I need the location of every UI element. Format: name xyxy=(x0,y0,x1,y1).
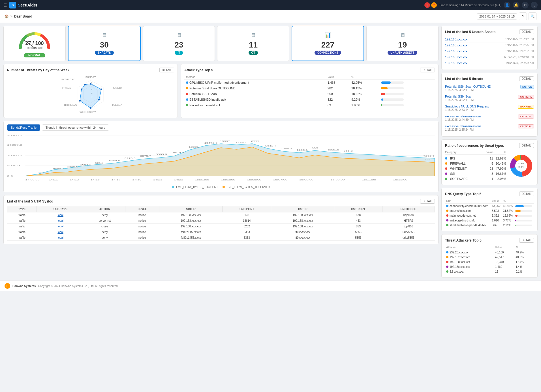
search-button[interactable]: 🔍 xyxy=(529,12,536,20)
utm-subtype[interactable]: local xyxy=(37,224,84,229)
threat-name[interactable]: Suspicious NULL DNS Request xyxy=(445,105,518,108)
utm-subtype[interactable]: local xyxy=(37,212,84,218)
stat-number-1: 23 xyxy=(174,40,183,49)
attack-col-pct: % xyxy=(350,75,379,80)
threat-name[interactable]: Potential SSH Scan OUTBOUND xyxy=(445,85,520,88)
ratio-header: Ratio of occurrences by threat types DET… xyxy=(445,143,534,148)
logo: S SecuAider xyxy=(9,2,37,8)
ratio-detail-btn[interactable]: DETAIL xyxy=(519,143,534,148)
topnav: ☰ S SecuAider 📍 📍 Time remaining : 14 Mi… xyxy=(0,0,541,10)
hamburger-icon[interactable]: ☰ xyxy=(3,3,7,7)
ratio-category: SSH xyxy=(450,172,483,175)
svg-text:8777: 8777 xyxy=(251,140,259,142)
svg-text:15:05:00: 15:05:00 xyxy=(247,179,261,181)
utm-syslog-detail-btn[interactable]: DETAIL xyxy=(420,199,435,204)
attacker-value: 43,160 xyxy=(494,250,515,255)
attack-bar xyxy=(379,97,435,102)
svg-text:20000.0: 20000.0 xyxy=(7,134,22,137)
last5-threats-card: List of the last 5 threats DETAIL Potent… xyxy=(441,73,538,137)
dns-bar xyxy=(514,213,534,218)
stat-number-2: 11 xyxy=(249,40,258,49)
ratio-value: 5 xyxy=(485,162,493,165)
stat-icon-4: 🖥 xyxy=(400,32,405,38)
utm-subtype[interactable]: local xyxy=(37,229,84,235)
dns-name: shed.dual-lows-part-0046.t-o... xyxy=(445,223,491,228)
loc-orange-icon[interactable]: 📍 xyxy=(431,2,437,8)
svg-text:14:13: 14:13 xyxy=(70,179,79,181)
attack-method: Potential SSH Scan xyxy=(184,91,326,97)
threat-name[interactable]: excessive retransmissions xyxy=(445,115,518,118)
attack-col-method: Method xyxy=(184,75,326,80)
svg-text:SATURDAY: SATURDAY xyxy=(61,78,75,81)
footer: H Hanwha Systems Copyright © 2024 Hanwha… xyxy=(0,281,541,291)
svg-text:956.2: 956.2 xyxy=(344,150,353,152)
svg-text:14:11: 14:11 xyxy=(49,179,58,181)
loc-red-icon[interactable]: 📍 xyxy=(424,2,430,8)
utm-type: traffic xyxy=(7,229,37,235)
threat-item: excessive retransmissions 1/15/2025, 2:3… xyxy=(445,123,534,133)
home-icon[interactable]: 🏠 xyxy=(5,14,9,18)
dns-row: dns.msftncsi.com 8,503 31.82% xyxy=(445,208,534,213)
attacker-value: 15 xyxy=(494,269,515,274)
unauth-assets-detail-btn[interactable]: DETAIL xyxy=(519,29,534,34)
attacker-value: 1,460 xyxy=(494,264,515,269)
utm-dstip: ff0x:xxx:xxx xyxy=(271,229,334,235)
svg-text:15:07:00: 15:07:00 xyxy=(273,179,287,181)
svg-text:8014.3: 8014.3 xyxy=(173,152,184,154)
location-icons: 📍 📍 xyxy=(424,2,437,8)
dns-query-detail-btn[interactable]: DETAIL xyxy=(519,191,534,196)
svg-text:8346.8: 8346.8 xyxy=(109,160,120,161)
ratio-card: Ratio of occurrences by threat types DET… xyxy=(441,139,538,185)
threat-item: Suspicious NULL DNS Request 1/15/2025, 2… xyxy=(445,103,534,113)
attack-value: 982 xyxy=(326,85,350,91)
attack-table: Method Value % GPL MISC UPnP malformed a… xyxy=(184,75,435,108)
dns-row: tm2.edgedns-tm.info 1,010 3.77% xyxy=(445,218,534,223)
utm-subtype[interactable]: local xyxy=(37,235,84,241)
gauge-label: Threats Score xyxy=(25,46,44,49)
utm-action: server-rst xyxy=(84,218,125,224)
attacker-pct: 17.4% xyxy=(514,260,534,264)
utm-protocol: udp/138 xyxy=(382,212,435,218)
last5-threats-detail-btn[interactable]: DETAIL xyxy=(519,76,534,81)
dns-bar xyxy=(514,208,534,213)
breadcrumb: 🏠 > DashBoard xyxy=(5,14,32,18)
grid-icon[interactable]: ⋮ xyxy=(531,2,538,8)
utm-row: traffic local server-rst notice 192.168.… xyxy=(7,218,435,224)
stats-row: 27 / 100 Threats Score NORMAL 🖥 30 THREA… xyxy=(3,26,439,61)
gauge-container: 27 / 100 Threats Score xyxy=(16,29,53,49)
ratio-category: IPS xyxy=(450,157,483,160)
dns-col-dns: Dns xyxy=(445,199,491,204)
tab-send-recv[interactable]: Send&Recv Traffic xyxy=(7,124,40,131)
ratio-pct: 22.92% xyxy=(495,157,506,160)
tab-trends[interactable]: Trends in threat occurrence within 24 ho… xyxy=(42,124,109,131)
time-remaining: Time remaining : 14 Minute 59 Second / n… xyxy=(439,4,501,7)
svg-text:1205.3: 1205.3 xyxy=(281,148,292,150)
threat-attackers-header: Threat Attackers Top 5 DETAIL xyxy=(445,238,534,243)
svg-text:3275.9: 3275.9 xyxy=(125,157,136,159)
threats-week-detail-btn[interactable]: DETAIL xyxy=(159,68,174,72)
svg-text:14:00:00: 14:00:00 xyxy=(25,179,39,181)
threat-time: 1/15/2025, 2:53:44 PM xyxy=(445,108,518,111)
svg-text:15472.3: 15472.3 xyxy=(204,142,218,144)
threat-name[interactable]: excessive retransmissions xyxy=(445,124,518,128)
logo-text: SecuAider xyxy=(18,3,37,7)
threat-attackers-title: Threat Attackers Top 5 xyxy=(445,238,482,242)
attack-detail-btn[interactable]: DETAIL xyxy=(420,68,435,72)
svg-text:1054.2: 1054.2 xyxy=(80,164,91,166)
dns-row: connectivity-check.ubuntu.com 13,252 49.… xyxy=(445,204,534,209)
bell-icon[interactable]: 🔔 xyxy=(513,2,519,8)
attack-row: ESTABLISHED invalid ack 322 9.22% xyxy=(184,97,435,102)
utm-dstport: 853 xyxy=(334,224,382,229)
refresh-button[interactable]: ↻ xyxy=(519,12,527,20)
threat-name[interactable]: Potential SSH Scan xyxy=(445,95,518,98)
utm-level: notice xyxy=(125,218,159,224)
dns-value: 13,252 xyxy=(491,204,502,209)
chart-legend: EVE_FLOW_BYTES_TOCLIENT EVE_FLOW_BYTES_T… xyxy=(7,186,435,189)
user-icon[interactable]: 👤 xyxy=(504,2,510,8)
settings-icon[interactable]: ⚙ xyxy=(522,2,529,8)
threat-attackers-detail-btn[interactable]: DETAIL xyxy=(519,238,534,243)
attack-pct: 42.05% xyxy=(350,80,379,86)
utm-type: traffic xyxy=(7,218,37,224)
utm-subtype[interactable]: local xyxy=(37,218,84,224)
date-range-input[interactable]: 2025-01-14 ~ 2025-01-15 xyxy=(477,13,517,20)
